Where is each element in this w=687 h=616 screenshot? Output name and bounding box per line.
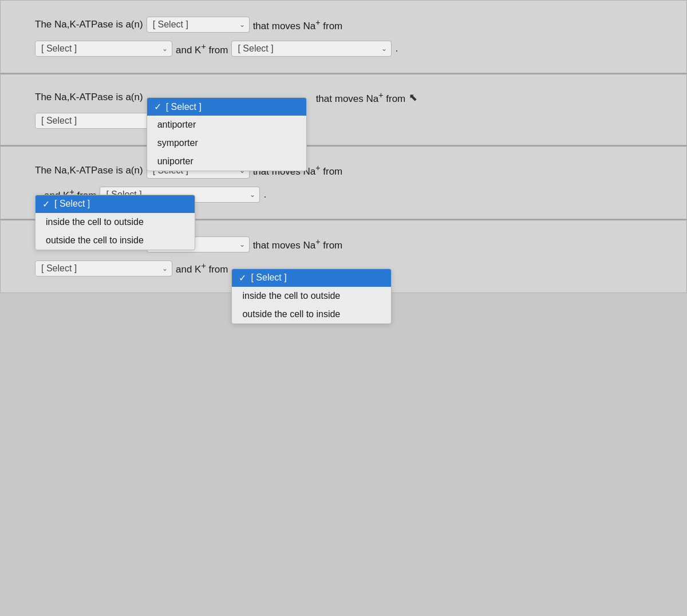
k-sup-4: + xyxy=(201,261,206,270)
na-sup-3: + xyxy=(315,163,320,172)
panel3-dropdown-popup: ✓ [ Select ] inside the cell to outside … xyxy=(35,195,195,250)
panel4-dd-item-outside[interactable]: outside the cell to inside xyxy=(232,305,391,323)
panel4-select2-wrapper: [ Select ] ⌄ xyxy=(35,260,172,277)
panel1-row1: The Na,K-ATPase is a(n) [ Select ] ⌄ tha… xyxy=(35,17,652,33)
panel3-dd-checkmark: ✓ xyxy=(42,199,50,210)
panel4-and: and K+ from xyxy=(176,261,228,275)
panel3-select3-chevron: ⌄ xyxy=(250,191,255,199)
panel4-row2: [ Select ] ⌄ and K+ from ✓ [ Select ] in… xyxy=(35,260,652,277)
panel-1: The Na,K-ATPase is a(n) [ Select ] ⌄ tha… xyxy=(0,0,687,73)
panel1-select1[interactable]: [ Select ] ⌄ xyxy=(147,17,250,33)
panel3-dd-header[interactable]: ✓ [ Select ] xyxy=(35,195,195,213)
panel4-middle: that moves Na+ from xyxy=(253,237,343,251)
panel1-select2[interactable]: [ Select ] ⌄ xyxy=(35,41,172,57)
na-sup-1: + xyxy=(315,18,320,27)
panel3-dd-header-text: [ Select ] xyxy=(54,199,90,209)
na-sup-4: + xyxy=(315,237,320,246)
panel2-dd-item-symporter[interactable]: symporter xyxy=(147,134,306,152)
panel1-and: and K+ from xyxy=(176,42,228,56)
panel1-middle: that moves Na+ from xyxy=(253,18,343,32)
panel4-dd-header[interactable]: ✓ [ Select ] xyxy=(232,269,391,287)
panel-2: The Na,K-ATPase is a(n) ✓ [ Select ] ant… xyxy=(0,73,687,145)
panel4-dropdown-popup: ✓ [ Select ] inside the cell to outside … xyxy=(231,268,392,324)
panel3-dd-item-outside[interactable]: outside the cell to inside xyxy=(35,231,195,250)
panel1-select1-wrapper: [ Select ] ⌄ xyxy=(147,17,250,33)
panel4-dd-header-text: [ Select ] xyxy=(251,273,286,283)
panel1-select3-wrapper: [ Select ] ⌄ xyxy=(231,41,392,57)
panel2-row2: [ Select ] ⌄ and K+ from . xyxy=(35,113,652,129)
panel2-cursor-arrow: ⬉ xyxy=(409,91,417,104)
panel4-dd-checkmark: ✓ xyxy=(239,273,246,283)
panel4-select2[interactable]: [ Select ] ⌄ xyxy=(35,260,172,277)
panel1-select2-wrapper: [ Select ] ⌄ xyxy=(35,41,172,57)
panel3-dd-item-inside[interactable]: inside the cell to outside xyxy=(35,213,195,231)
na-sup-2: + xyxy=(378,90,383,100)
panel1-select2-chevron: ⌄ xyxy=(162,45,168,53)
panel4-dd-item-inside[interactable]: inside the cell to outside xyxy=(232,287,391,305)
panel-3: The Na,K-ATPase is a(n) [ Select ] ⌄ tha… xyxy=(0,145,687,219)
panel1-select3[interactable]: [ Select ] ⌄ xyxy=(231,41,392,57)
panel3-row2: ✓ [ Select ] inside the cell to outside … xyxy=(35,187,652,203)
panel2-prefix: The Na,K-ATPase is a(n) xyxy=(35,92,143,103)
panel2-dd-item-antiporter[interactable]: antiporter xyxy=(147,116,306,134)
panel2-dd-header[interactable]: ✓ [ Select ] xyxy=(147,98,306,116)
panel3-period: . xyxy=(263,189,266,200)
panel1-select3-chevron: ⌄ xyxy=(381,45,387,53)
panel1-select1-chevron: ⌄ xyxy=(239,21,245,29)
panel1-period: . xyxy=(395,43,398,54)
panel2-dd-item-uniporter[interactable]: uniporter xyxy=(147,152,306,171)
k-sup-1: + xyxy=(201,42,206,51)
panel2-dropdown-popup: ✓ [ Select ] antiporter symporter unipor… xyxy=(147,97,307,171)
panel2-dd-header-text: [ Select ] xyxy=(166,102,202,112)
panel3-prefix: The Na,K-ATPase is a(n) xyxy=(35,165,143,176)
panel2-dd-checkmark: ✓ xyxy=(154,101,161,112)
panel4-select1-chevron: ⌄ xyxy=(239,240,245,248)
panel1-prefix: The Na,K-ATPase is a(n) xyxy=(35,19,143,30)
panel3-row1: The Na,K-ATPase is a(n) [ Select ] ⌄ tha… xyxy=(35,163,652,179)
panel2-middle: that moves Na+ from xyxy=(316,90,406,105)
panel4-select2-chevron: ⌄ xyxy=(162,264,168,273)
panel2-row1: The Na,K-ATPase is a(n) ✓ [ Select ] ant… xyxy=(35,90,652,105)
panel1-row2: [ Select ] ⌄ and K+ from [ Select ] ⌄ . xyxy=(35,41,652,57)
